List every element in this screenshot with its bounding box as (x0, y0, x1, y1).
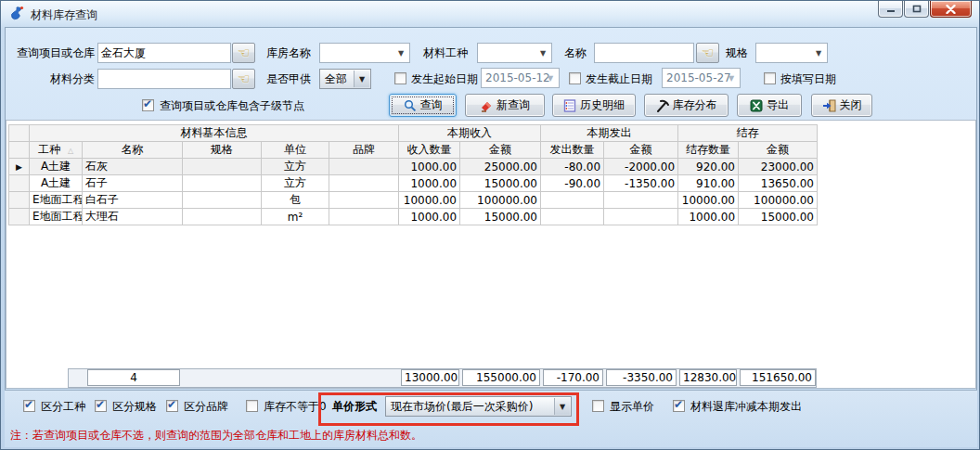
check-icon: ✔ (24, 398, 33, 411)
new-query-button[interactable]: 新查询 (465, 94, 545, 117)
table-cell[interactable]: 大理石 (83, 209, 183, 225)
row-indicator[interactable] (9, 192, 30, 209)
table-cell[interactable]: -1350.00 (604, 175, 678, 192)
export-button[interactable]: 导出 (737, 94, 802, 117)
row-indicator[interactable] (9, 209, 30, 225)
stock-distribution-button[interactable]: 库存分布 (644, 94, 729, 117)
price-mode-select[interactable]: 现在市场价(最后一次采购价) ▼ (385, 396, 572, 417)
close-button[interactable] (930, 1, 972, 18)
table-cell[interactable]: E地面工程 (30, 209, 83, 225)
fill-date-checkbox[interactable] (764, 72, 776, 84)
category-picker-button[interactable]: ☜ (232, 69, 255, 89)
start-date-checkbox[interactable] (394, 72, 406, 84)
table-cell[interactable]: 13650.00 (739, 175, 818, 192)
minimize-button[interactable] (878, 1, 903, 18)
owner-supplied-label: 是否甲供 (266, 69, 311, 89)
end-date-select[interactable]: 2015-05-27▼ (662, 68, 741, 88)
include-children-checkbox[interactable]: ✔ (142, 99, 154, 111)
column-header[interactable]: 工种△ (30, 142, 83, 159)
table-cell[interactable]: 1000.00 (399, 209, 460, 225)
close-form-button[interactable]: 关闭 (811, 94, 872, 117)
maximize-button[interactable] (904, 1, 929, 18)
table-cell[interactable]: 1000.00 (399, 159, 460, 175)
show-price-checkbox[interactable] (592, 400, 604, 412)
column-header[interactable]: 发出数量 (541, 142, 604, 159)
column-header[interactable]: 金额 (604, 142, 678, 159)
stock-nonzero-checkbox[interactable] (246, 400, 258, 412)
category-input[interactable] (97, 69, 231, 89)
table-cell[interactable]: E地面工程 (30, 192, 83, 209)
project-input[interactable]: 金石大厦 (97, 43, 231, 63)
column-header[interactable]: 金额 (460, 142, 541, 159)
work-type-select[interactable]: ▼ (477, 43, 552, 63)
history-detail-button[interactable]: 历史明细 (552, 94, 636, 117)
table-cell[interactable] (329, 159, 399, 175)
table-cell[interactable]: -80.00 (541, 159, 604, 175)
row-indicator[interactable] (9, 175, 30, 192)
name-label: 名称 (564, 43, 587, 63)
column-header[interactable]: 规格 (183, 142, 262, 159)
name-input[interactable] (594, 43, 694, 63)
owner-supplied-select[interactable]: 全部▼ (319, 69, 371, 89)
table-cell[interactable] (329, 192, 399, 209)
table-cell[interactable]: 100000.00 (739, 192, 818, 209)
table-cell[interactable]: 15000.00 (739, 209, 818, 225)
table-cell[interactable]: A土建 (30, 159, 83, 175)
column-header[interactable]: 金额 (739, 142, 818, 159)
table-cell[interactable]: 25000.00 (460, 159, 541, 175)
table-cell[interactable] (329, 175, 399, 192)
distinguish-brand-checkbox[interactable]: ✔ (166, 400, 178, 412)
table-cell[interactable]: 立方 (262, 159, 329, 175)
return-offset-checkbox[interactable]: ✔ (673, 400, 685, 412)
start-date-select[interactable]: 2015-05-12▼ (481, 68, 560, 88)
table-cell[interactable] (329, 209, 399, 225)
table-cell[interactable]: m² (262, 209, 329, 225)
table-cell[interactable]: 10000.00 (678, 192, 739, 209)
table-cell[interactable] (183, 192, 262, 209)
table-cell[interactable]: 1000.00 (678, 209, 739, 225)
table-cell[interactable]: A土建 (30, 175, 83, 192)
column-header[interactable]: 名称 (83, 142, 183, 159)
group-header-row: 材料基本信息 本期收入 本期发出 结存 (9, 125, 818, 142)
query-button[interactable]: 查询 (389, 94, 457, 117)
table-cell[interactable]: 包 (262, 192, 329, 209)
table-cell[interactable]: 920.00 (678, 159, 739, 175)
column-header[interactable]: 品牌 (329, 142, 399, 159)
column-header[interactable]: 结存数量 (678, 142, 739, 159)
table-cell[interactable]: 910.00 (678, 175, 739, 192)
table-cell[interactable] (604, 192, 678, 209)
spec-select[interactable]: ▼ (755, 43, 828, 63)
table-cell[interactable] (183, 175, 262, 192)
table-cell[interactable]: 15000.00 (460, 209, 541, 225)
group-header-balance: 结存 (678, 125, 818, 142)
table-cell[interactable]: 1000.00 (399, 175, 460, 192)
table-cell[interactable]: -2000.00 (604, 159, 678, 175)
name-picker-button[interactable]: ☜ (696, 43, 719, 63)
table-cell[interactable] (604, 209, 678, 225)
column-header[interactable]: 单位 (262, 142, 329, 159)
pickaxe-icon (656, 99, 669, 112)
table-cell[interactable]: 10000.00 (399, 192, 460, 209)
fill-date-label: 按填写日期 (780, 71, 836, 86)
table-cell[interactable]: 15000.00 (460, 175, 541, 192)
table-cell[interactable]: -90.00 (541, 175, 604, 192)
table-cell[interactable]: 立方 (262, 175, 329, 192)
row-indicator[interactable]: ▶ (9, 159, 30, 175)
distinguish-work-checkbox[interactable]: ✔ (23, 400, 35, 412)
table-cell[interactable]: 23000.00 (739, 159, 818, 175)
table-cell[interactable]: 100000.00 (460, 192, 541, 209)
column-header[interactable]: 收入数量 (399, 142, 460, 159)
table-cell[interactable] (183, 209, 262, 225)
warehouse-select[interactable]: ▼ (319, 43, 410, 63)
app-window: 材料库存查询 查询项目或仓库 金石大厦 ☜ 库房名称 ▼ 材料工种 ▼ 名称 ☜… (0, 0, 980, 450)
project-label: 查询项目或仓库 (6, 43, 95, 63)
distinguish-spec-checkbox[interactable]: ✔ (95, 400, 107, 412)
table-cell[interactable] (541, 209, 604, 225)
table-cell[interactable] (183, 159, 262, 175)
table-cell[interactable]: 石子 (83, 175, 183, 192)
table-cell[interactable]: 白石子 (83, 192, 183, 209)
project-picker-button[interactable]: ☜ (232, 43, 255, 63)
end-date-checkbox[interactable] (569, 72, 581, 84)
table-cell[interactable] (541, 192, 604, 209)
table-cell[interactable]: 石灰 (83, 159, 183, 175)
